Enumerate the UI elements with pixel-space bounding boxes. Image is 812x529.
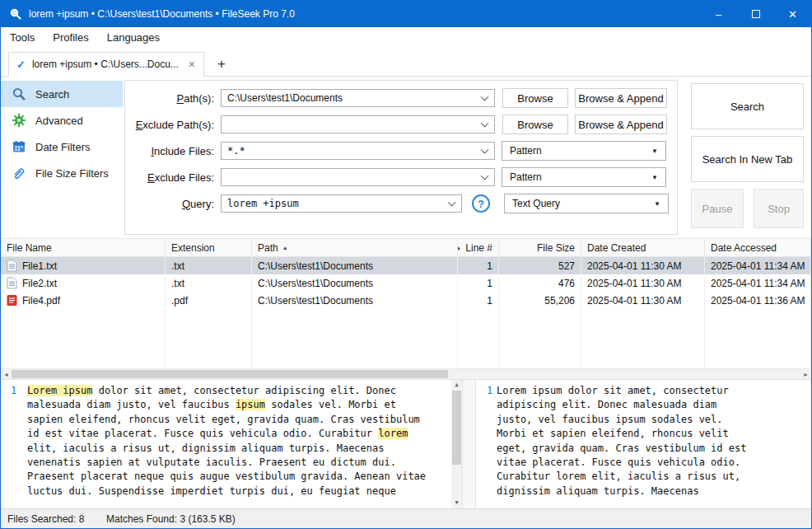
menu-item-languages[interactable]: Languages bbox=[98, 27, 169, 49]
sidebar-item-file-size-filters[interactable]: File Size Filters bbox=[1, 160, 123, 186]
browse-exclude-paths-button[interactable]: Browse bbox=[502, 115, 568, 134]
query-mode-value: Text Query bbox=[512, 198, 560, 209]
preview-splitter[interactable] bbox=[462, 380, 476, 508]
sidebar-item-label: Search bbox=[35, 88, 69, 101]
close-icon: ✕ bbox=[788, 8, 797, 21]
results-horizontal-scrollbar[interactable]: ◄ ► bbox=[1, 368, 811, 379]
query-row: Query: lorem +ipsum ? Text Query ▼ bbox=[133, 194, 669, 213]
txt-file-icon bbox=[7, 260, 17, 272]
menu-item-profiles[interactable]: Profiles bbox=[44, 27, 97, 49]
sidebar-item-advanced[interactable]: Advanced bbox=[1, 107, 123, 133]
column-label: Date Created bbox=[587, 242, 646, 254]
minimize-icon: – bbox=[716, 8, 721, 21]
include-files-label: Include Files: bbox=[133, 145, 221, 157]
query-combobox[interactable]: lorem +ipsum bbox=[221, 194, 462, 213]
app-logo-icon bbox=[9, 7, 22, 21]
query-value: lorem +ipsum bbox=[227, 198, 299, 209]
exclude-files-mode-dropdown[interactable]: Pattern ▼ bbox=[502, 167, 666, 187]
horizontal-scroll-thumb[interactable] bbox=[12, 370, 448, 378]
cell-file-size: 55,206 bbox=[499, 292, 581, 309]
exclude-paths-row: Exclude Path(s): Browse Browse & Append bbox=[133, 115, 669, 134]
sidebar-item-date-filters[interactable]: Date Filters bbox=[1, 133, 123, 160]
help-icon: ? bbox=[478, 198, 484, 210]
include-files-mode-dropdown[interactable]: Pattern ▼ bbox=[502, 141, 666, 161]
sort-asc-icon: ▲ bbox=[458, 245, 461, 250]
stop-button[interactable]: Stop bbox=[754, 189, 804, 228]
table-row[interactable]: File1.txt.txtC:\Users\test1\Documents152… bbox=[1, 257, 811, 274]
dropdown-arrow-icon: ▼ bbox=[651, 174, 658, 181]
preview-pane-file: 1 Lorem ipsum dolor sit amet, consectetu… bbox=[476, 380, 811, 508]
column-header-path[interactable]: Path▲ bbox=[252, 239, 458, 256]
column-label: Date Accessed bbox=[711, 242, 777, 254]
cell-date-created: 2025-04-01 11:30 AM bbox=[581, 257, 705, 274]
results-table: File NameExtensionPath▲▲Line #File SizeD… bbox=[1, 238, 811, 368]
column-header-date-created[interactable]: Date Created bbox=[581, 239, 705, 256]
line-number: 1 bbox=[1, 384, 27, 508]
close-button[interactable]: ✕ bbox=[774, 1, 811, 27]
maximize-button[interactable] bbox=[737, 1, 774, 27]
search-form-panel: Path(s): C:\Users\test1\Documents Browse… bbox=[124, 80, 678, 235]
vertical-scroll-thumb[interactable] bbox=[452, 391, 461, 465]
column-label: Line # bbox=[465, 242, 492, 254]
pause-button[interactable]: Pause bbox=[691, 189, 744, 228]
cell-extension: .txt bbox=[166, 257, 252, 274]
exclude-files-combobox[interactable] bbox=[221, 168, 495, 186]
column-header-line[interactable]: ▲Line # bbox=[458, 239, 499, 256]
title-bar: lorem +ipsum • C:\Users\test1\Documents … bbox=[1, 1, 811, 27]
browse-paths-button[interactable]: Browse bbox=[502, 88, 568, 108]
tab-active-search[interactable]: ✓ lorem +ipsum • C:\Users...Docu... × bbox=[8, 52, 204, 77]
cell-date-created: 2025-04-01 11:30 AM bbox=[581, 274, 705, 292]
query-mode-dropdown[interactable]: Text Query ▼ bbox=[504, 194, 669, 213]
exclude-files-label: Exclude Files: bbox=[133, 171, 221, 184]
minimize-button[interactable]: – bbox=[700, 1, 737, 27]
search-icon bbox=[12, 87, 26, 101]
column-header-file-name[interactable]: File Name bbox=[1, 239, 166, 256]
maximize-icon bbox=[752, 10, 760, 18]
app-window: lorem +ipsum • C:\Users\test1\Documents … bbox=[0, 0, 812, 529]
preview-pane-matches: 1 Lorem ipsum dolor sit amet, consectetu… bbox=[1, 380, 462, 508]
cell-file-name: File2.txt bbox=[1, 274, 166, 292]
paperclip-icon bbox=[12, 166, 26, 180]
browse-append-exclude-paths-button[interactable]: Browse & Append bbox=[575, 115, 667, 134]
paths-combobox[interactable]: C:\Users\test1\Documents bbox=[221, 89, 495, 107]
exclude-paths-combobox[interactable] bbox=[221, 115, 495, 133]
menu-item-tools[interactable]: Tools bbox=[1, 27, 44, 49]
search-in-new-tab-button[interactable]: Search In New Tab bbox=[691, 136, 804, 182]
search-match-highlight: ipsum bbox=[236, 399, 265, 410]
include-files-value: *.* bbox=[227, 145, 245, 157]
tab-bar: ✓ lorem +ipsum • C:\Users...Docu... × + bbox=[1, 49, 811, 77]
column-header-file-size[interactable]: File Size bbox=[499, 239, 581, 256]
cell-extension: .txt bbox=[166, 274, 252, 292]
query-help-button[interactable]: ? bbox=[472, 194, 490, 213]
preview-vertical-scrollbar[interactable]: ▲ ▼ bbox=[451, 380, 462, 508]
scroll-up-icon[interactable]: ▲ bbox=[451, 380, 462, 391]
tab-close-icon[interactable]: × bbox=[189, 58, 195, 71]
paths-row: Path(s): C:\Users\test1\Documents Browse… bbox=[133, 88, 669, 108]
cell-line: 1 bbox=[458, 274, 499, 292]
column-header-date-accessed[interactable]: Date Accessed bbox=[705, 239, 811, 256]
pdf-file-icon bbox=[7, 294, 17, 307]
cell-file-name: File1.txt bbox=[1, 257, 166, 274]
cell-path: C:\Users\test1\Documents bbox=[252, 274, 458, 292]
scroll-left-icon[interactable]: ◄ bbox=[1, 369, 12, 379]
include-files-combobox[interactable]: *.* bbox=[221, 142, 495, 160]
column-header-extension[interactable]: Extension bbox=[166, 239, 252, 256]
chevron-down-icon bbox=[481, 172, 489, 180]
sidebar: SearchAdvancedDate FiltersFile Size Filt… bbox=[1, 77, 123, 238]
browse-append-paths-button[interactable]: Browse & Append bbox=[575, 88, 667, 108]
chevron-down-icon bbox=[481, 146, 489, 154]
table-row[interactable]: File2.txt.txtC:\Users\test1\Documents147… bbox=[1, 274, 811, 292]
search-button[interactable]: Search bbox=[691, 83, 804, 129]
paths-value: C:\Users\test1\Documents bbox=[227, 92, 343, 104]
sidebar-item-search[interactable]: Search bbox=[1, 81, 123, 107]
scroll-down-icon[interactable]: ▼ bbox=[451, 498, 462, 508]
main-area: SearchAdvancedDate FiltersFile Size Filt… bbox=[1, 77, 811, 238]
chevron-down-icon bbox=[481, 119, 489, 128]
table-row[interactable]: File4.pdf.pdfC:\Users\test1\Documents155… bbox=[1, 292, 811, 309]
calendar-icon bbox=[12, 139, 26, 154]
pause-stop-row: Pause Stop bbox=[691, 189, 804, 228]
new-tab-button[interactable]: + bbox=[209, 52, 234, 77]
exclude-files-row: Exclude Files: Pattern ▼ bbox=[133, 167, 669, 187]
scroll-right-icon[interactable]: ► bbox=[800, 369, 811, 379]
advanced-gear-icon bbox=[12, 113, 26, 128]
